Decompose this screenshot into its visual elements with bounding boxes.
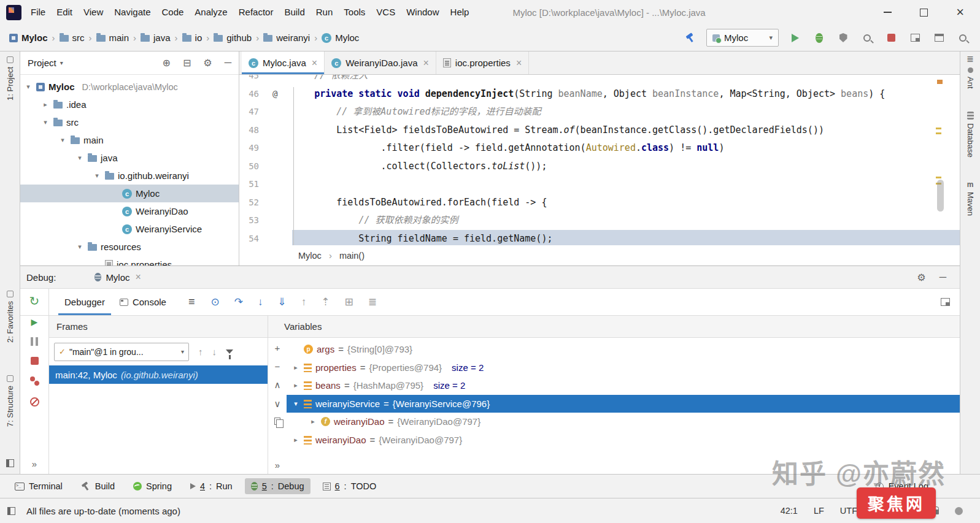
hide-panel-icon[interactable]: ─ <box>225 57 231 69</box>
tree-item[interactable]: cWeiranyiDao <box>20 202 239 220</box>
breadcrumb-element[interactable]: Myloc <box>298 251 322 261</box>
breadcrumb-item[interactable]: main <box>95 31 131 44</box>
code-line[interactable]: 52 fieldsToBeAutowired.forEach(field -> … <box>239 194 960 212</box>
tree-item[interactable]: ▸.idea <box>20 96 239 113</box>
rerun-icon[interactable]: ↻ <box>29 296 40 307</box>
stripe-grid-icon[interactable] <box>6 459 14 467</box>
pause-icon[interactable] <box>31 337 38 346</box>
stop-button[interactable] <box>884 31 898 45</box>
stripe-button-structure[interactable]: 7: Structure <box>0 375 20 427</box>
variable-chevron-icon[interactable]: ▾ <box>291 400 300 408</box>
menu-tools[interactable]: Tools <box>338 0 371 25</box>
menu-build[interactable]: Build <box>279 0 310 25</box>
breadcrumb-item[interactable]: Myloc <box>7 31 50 44</box>
frame-down-icon[interactable]: ↓ <box>212 346 217 357</box>
editor-tab[interactable]: ioc.properties× <box>436 52 529 74</box>
editor-tab[interactable]: cMyloc.java× <box>242 52 325 74</box>
tree-item[interactable]: ▾MylocD:\workplace\java\Myloc <box>20 78 239 96</box>
tree-chevron-icon[interactable]: ▾ <box>75 243 84 251</box>
variable-chevron-icon[interactable]: ▸ <box>291 436 300 444</box>
tree-item[interactable]: cWeiranyiService <box>20 220 239 238</box>
evaluate-expression-icon[interactable]: ⊞ <box>344 297 353 307</box>
code-line[interactable]: 45 // 依赖注入 <box>239 75 960 85</box>
code-line[interactable]: 48 List<Field> fieldsToBeAutowired = Str… <box>239 121 960 140</box>
code-line[interactable]: 53 // 获取依赖对象的实例 <box>239 212 960 230</box>
stop-icon[interactable] <box>31 357 39 365</box>
tree-chevron-icon[interactable]: ▾ <box>41 118 50 126</box>
resume-icon[interactable]: ▶ <box>31 318 38 326</box>
tree-chevron-icon[interactable]: ▸ <box>41 101 50 109</box>
toolwindow-button-todo[interactable]: 6: TODO <box>317 478 383 494</box>
variable-chevron-icon[interactable]: ▸ <box>291 364 300 372</box>
hide-panel-icon[interactable]: ─ <box>939 272 946 283</box>
force-step-into-icon[interactable]: ⇓ <box>277 297 286 307</box>
step-out-icon[interactable]: ↑ <box>301 297 307 307</box>
expand-icon[interactable]: ∧ <box>274 380 281 391</box>
editor-tab[interactable]: cWeiranyiDao.java× <box>325 52 436 74</box>
code-line[interactable]: 50 .collect(Collectors.toList()); <box>239 158 960 176</box>
more-options-icon[interactable]: ≣ <box>368 297 377 307</box>
code-line[interactable]: 51 <box>239 175 960 194</box>
build-button[interactable] <box>682 31 697 45</box>
collapse-icon[interactable]: ∨ <box>274 399 281 410</box>
settings-gear-icon[interactable]: ⚙ <box>917 272 925 283</box>
minimize-button[interactable] <box>884 12 892 13</box>
more-icon[interactable]: » <box>275 460 280 470</box>
menu-view[interactable]: View <box>78 0 109 25</box>
menu-help[interactable]: Help <box>445 0 475 25</box>
stripe-button-project[interactable]: 1: Project <box>0 56 20 101</box>
variable-chevron-icon[interactable]: ▸ <box>309 418 317 426</box>
step-into-icon[interactable]: ↓ <box>258 297 263 307</box>
view-breakpoints-icon[interactable] <box>29 376 40 386</box>
frame-up-icon[interactable]: ↑ <box>198 346 203 357</box>
menu-refactor[interactable]: Refactor <box>233 0 279 25</box>
variable-row[interactable]: pargs = {String[0]@793} <box>287 340 960 359</box>
project-panel-title[interactable]: Project <box>28 58 56 68</box>
locate-icon[interactable]: ⊕ <box>163 57 171 69</box>
tab-close-icon[interactable]: × <box>423 58 428 69</box>
menu-vcs[interactable]: VCS <box>371 0 401 25</box>
tree-chevron-icon[interactable]: ▾ <box>93 172 101 180</box>
copy-icon[interactable] <box>274 418 280 425</box>
menu-window[interactable]: Window <box>401 0 444 25</box>
toolwindow-button-debug[interactable]: 5: Debug <box>245 478 311 494</box>
tree-item[interactable]: ▾io.github.weiranyi <box>20 167 239 185</box>
variable-row[interactable]: ▸beans = {HashMap@795}size = 2 <box>287 376 960 395</box>
show-execution-point-icon[interactable]: ⊙ <box>210 297 219 307</box>
close-button[interactable]: × <box>956 6 964 18</box>
add-watch-icon[interactable]: + <box>275 343 280 353</box>
scrollbar-thumb[interactable] <box>937 180 944 212</box>
collapse-all-icon[interactable]: ⊟ <box>183 57 191 69</box>
thread-selector[interactable]: ✓ "main"@1 in grou... ▾ <box>54 343 189 361</box>
tree-item[interactable]: ioc.properties <box>20 256 239 265</box>
run-button[interactable] <box>788 31 803 45</box>
breadcrumb-item[interactable]: weiranyi <box>261 31 312 44</box>
tab-close-icon[interactable]: × <box>516 58 522 69</box>
maximize-button[interactable] <box>920 9 928 17</box>
tree-chevron-icon[interactable]: ▾ <box>75 154 84 162</box>
drop-frame-icon[interactable]: ⇡ <box>321 297 330 307</box>
profiler-button[interactable] <box>860 31 874 45</box>
breadcrumb-item[interactable]: github <box>212 31 253 44</box>
layout-button[interactable] <box>908 31 922 45</box>
window-button[interactable] <box>932 31 946 45</box>
variable-chevron-icon[interactable]: ▸ <box>291 381 300 389</box>
code-line[interactable]: 54 String fieldName = field.getName(); <box>239 230 960 246</box>
caret-position[interactable]: 42:1 <box>781 506 798 516</box>
toolwindow-button-terminal[interactable]: Terminal <box>9 478 69 494</box>
tree-item[interactable]: ▾java <box>20 149 239 167</box>
variable-row[interactable]: ▾weiranyiService = {WeiranyiService@796} <box>287 395 960 413</box>
variable-row[interactable]: ▸fweiranyiDao = {WeiranyiDao@797} <box>287 413 960 431</box>
remove-watch-icon[interactable]: − <box>275 361 280 372</box>
toolwindow-button-spring[interactable]: Spring <box>127 478 178 494</box>
settings-gear-icon[interactable]: ⚙ <box>203 57 212 69</box>
stripe-button-maven[interactable]: mMaven <box>960 181 980 216</box>
menu-run[interactable]: Run <box>311 0 339 25</box>
tree-item[interactable]: ▾resources <box>20 238 239 256</box>
code-line[interactable]: 47 // 拿到被Autowired标记的字段，进行自动装配 <box>239 103 960 121</box>
toolwindow-toggle-icon[interactable] <box>7 507 15 515</box>
coverage-button[interactable] <box>836 31 851 45</box>
toolwindow-button-build[interactable]: Build <box>75 478 121 494</box>
hamburger-menu-icon[interactable]: ≣ <box>960 54 980 64</box>
code-line[interactable]: 49 .filter(field -> field.getAnnotation(… <box>239 139 960 158</box>
